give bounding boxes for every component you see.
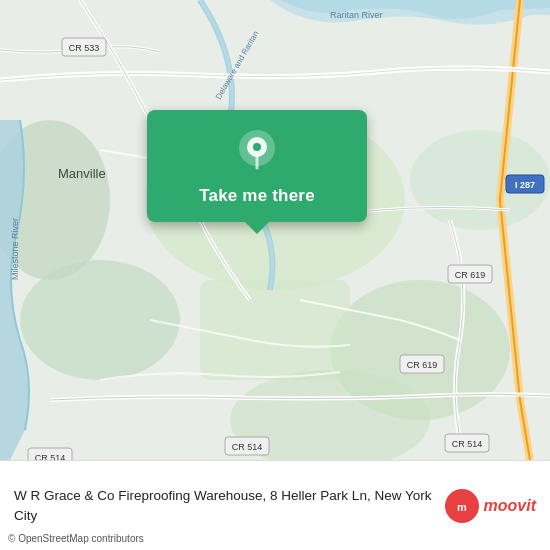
- svg-text:CR 514: CR 514: [232, 442, 263, 452]
- map-container: CR 533 CR 514 CR 514 CR 514 CR 619 CR 61…: [0, 0, 550, 460]
- svg-text:CR 619: CR 619: [407, 360, 438, 370]
- svg-text:CR 619: CR 619: [455, 270, 486, 280]
- info-bar: © OpenStreetMap contributors W R Grace &…: [0, 460, 550, 550]
- moovit-logo: m moovit: [444, 488, 536, 524]
- info-text-block: © OpenStreetMap contributors W R Grace &…: [14, 486, 444, 526]
- location-name: W R Grace & Co Fireproofing Warehouse, 8…: [14, 488, 431, 523]
- map-background: CR 533 CR 514 CR 514 CR 514 CR 619 CR 61…: [0, 0, 550, 460]
- svg-text:CR 514: CR 514: [35, 453, 66, 460]
- take-me-there-label: Take me there: [199, 186, 315, 206]
- svg-text:I 287: I 287: [515, 180, 535, 190]
- moovit-icon-svg: m: [444, 488, 480, 524]
- moovit-brand-text: moovit: [484, 497, 536, 515]
- svg-text:Raritan River: Raritan River: [330, 10, 383, 20]
- svg-text:Manville: Manville: [58, 166, 106, 181]
- svg-text:CR 533: CR 533: [69, 43, 100, 53]
- location-pin-icon: [233, 128, 281, 176]
- take-me-there-popup[interactable]: Take me there: [147, 110, 367, 222]
- svg-text:CR 514: CR 514: [452, 439, 483, 449]
- svg-text:Milestone River: Milestone River: [10, 218, 20, 280]
- map-attribution: © OpenStreetMap contributors: [8, 533, 144, 544]
- svg-text:m: m: [457, 501, 467, 513]
- svg-rect-6: [200, 280, 350, 380]
- svg-point-29: [253, 143, 261, 151]
